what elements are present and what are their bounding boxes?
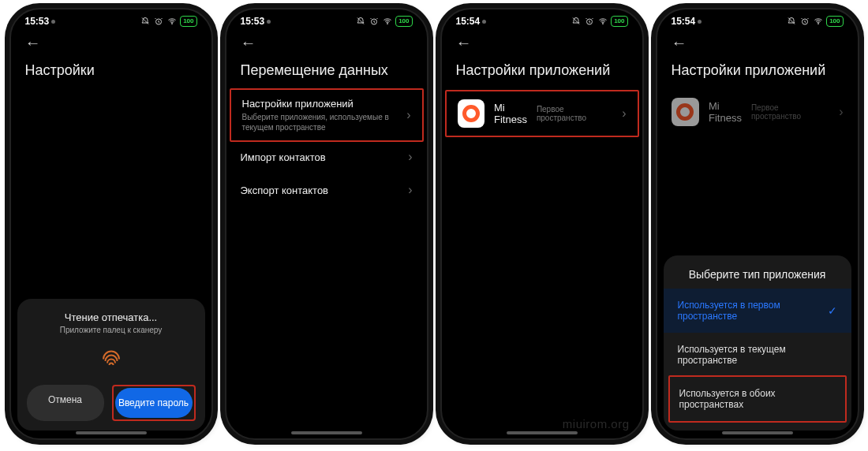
app-row-mi-fitness[interactable]: Mi Fitness Первое пространство › — [445, 90, 639, 137]
dnd-icon — [355, 17, 366, 26]
watermark: miuirom.org — [563, 417, 630, 430]
status-time: 15:54 — [456, 16, 481, 27]
back-button[interactable]: ← — [241, 35, 256, 50]
home-indicator[interactable] — [507, 431, 578, 434]
item-label: Настройки приложений — [242, 98, 399, 110]
option-label: Используется в текущем пространстве — [678, 344, 837, 366]
page-title: Настройки приложений — [442, 54, 642, 90]
app-name-label: Mi Fitness — [494, 102, 527, 125]
svg-point-8 — [603, 24, 604, 24]
app-meta-label: Первое пространство — [537, 105, 612, 122]
check-icon: ✓ — [828, 304, 837, 317]
wifi-icon — [166, 17, 178, 26]
page-title: Настройки приложений — [657, 54, 858, 90]
alarm-icon — [799, 17, 810, 26]
phone-screen-2: 15:53 100 ← Перемещение данных Настройки… — [225, 8, 428, 440]
chevron-right-icon: › — [622, 106, 626, 121]
alarm-icon — [369, 17, 380, 26]
dnd-icon — [571, 17, 582, 26]
dnd-icon — [786, 17, 797, 26]
phone-screen-1: 15:53 100 ← Настройки Чтение отпечатка..… — [9, 8, 213, 440]
page-title: Перемещение данных — [226, 54, 427, 90]
wifi-icon — [597, 17, 608, 26]
option-current-space[interactable]: Используется в текущем пространстве — [664, 333, 851, 377]
battery-icon: 100 — [395, 16, 412, 27]
home-indicator[interactable] — [76, 431, 147, 434]
app-meta-label: Первое пространство — [751, 103, 829, 121]
wifi-icon — [382, 17, 393, 26]
status-time: 15:53 — [25, 16, 50, 27]
export-contacts-item[interactable]: Экспорт контактов › — [226, 173, 427, 207]
sheet-title: Выберите тип приложения — [664, 268, 851, 281]
status-dot-icon — [51, 20, 55, 24]
option-first-space[interactable]: Используется в первом пространстве ✓ — [664, 289, 851, 333]
wifi-icon — [813, 17, 824, 26]
phone-screen-3: 15:54 100 ← Настройки приложений Mi Fitn… — [440, 8, 644, 440]
sheet-subtitle: Приложите палец к сканеру — [27, 326, 196, 334]
svg-point-2 — [172, 24, 173, 24]
item-label: Экспорт контактов — [241, 184, 329, 196]
option-label: Используется в первом пространстве — [678, 300, 828, 322]
phone-screen-4: 15:54 100 ← Настройки приложений Mi Fitn… — [656, 8, 859, 440]
alarm-icon — [153, 17, 164, 26]
back-button[interactable]: ← — [672, 35, 687, 50]
app-settings-item[interactable]: Настройки приложений Выберите приложения… — [230, 88, 424, 142]
chevron-right-icon: › — [406, 108, 410, 122]
back-button[interactable]: ← — [456, 35, 472, 50]
page-title: Настройки — [11, 54, 211, 90]
sheet-title: Чтение отпечатка... — [27, 311, 196, 323]
item-label: Импорт контактов — [241, 151, 326, 163]
svg-point-5 — [387, 24, 388, 24]
mi-fitness-icon — [672, 98, 700, 126]
option-both-spaces[interactable]: Используется в обоих пространствах — [668, 375, 847, 423]
app-name-label: Mi Fitness — [709, 100, 742, 124]
enter-password-button[interactable]: Введите пароль — [115, 388, 193, 418]
status-bar: 15:53 100 — [11, 9, 211, 30]
svg-point-11 — [818, 24, 819, 24]
status-dot-icon — [482, 20, 486, 24]
highlight-box: Введите пароль — [112, 385, 196, 421]
status-dot-icon — [698, 20, 702, 24]
chevron-right-icon: › — [408, 183, 412, 197]
dnd-icon — [140, 17, 151, 26]
status-time: 15:54 — [672, 16, 696, 27]
app-row-mi-fitness[interactable]: Mi Fitness Первое пространство › — [657, 90, 858, 134]
chevron-right-icon: › — [839, 105, 843, 119]
home-indicator[interactable] — [722, 431, 793, 434]
back-button[interactable]: ← — [25, 35, 41, 50]
mi-fitness-icon — [458, 99, 485, 128]
app-type-sheet: Выберите тип приложения Используется в п… — [664, 255, 851, 430]
cancel-button[interactable]: Отмена — [27, 385, 104, 421]
status-bar: 15:53 100 — [226, 9, 427, 30]
alarm-icon — [584, 17, 595, 26]
chevron-right-icon: › — [408, 150, 412, 164]
option-label: Используется в обоих пространствах — [679, 388, 836, 410]
item-sublabel: Выберите приложения, используемые в теку… — [242, 112, 399, 132]
battery-icon: 100 — [826, 16, 843, 27]
status-time: 15:53 — [241, 16, 265, 27]
fingerprint-icon — [99, 345, 123, 369]
home-indicator[interactable] — [291, 431, 362, 434]
status-bar: 15:54 100 — [442, 9, 642, 30]
battery-icon: 100 — [611, 16, 627, 27]
status-dot-icon — [267, 20, 271, 24]
status-bar: 15:54 100 — [657, 9, 858, 30]
fingerprint-sheet: Чтение отпечатка... Приложите палец к ск… — [17, 299, 205, 430]
battery-icon: 100 — [180, 16, 196, 27]
import-contacts-item[interactable]: Импорт контактов › — [226, 140, 427, 173]
